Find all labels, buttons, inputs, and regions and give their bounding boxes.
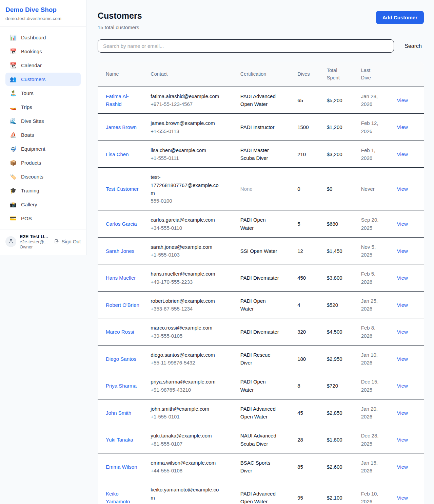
sidebar-item-products[interactable]: 📦Products bbox=[5, 156, 81, 169]
search-input[interactable] bbox=[98, 39, 394, 53]
sidebar-item-label: Boats bbox=[21, 132, 34, 138]
customer-last-dive: Feb 8, 2026 bbox=[361, 325, 376, 338]
view-link[interactable]: View bbox=[397, 329, 408, 335]
customer-email: john.smith@example.com bbox=[151, 405, 223, 413]
sign-out-button[interactable]: Sign Out bbox=[54, 239, 81, 245]
user-info: E2E Test U... e2e-tester@... Owner bbox=[20, 234, 51, 249]
customer-phone: +1-555-0111 bbox=[151, 154, 223, 162]
customer-email: keiko.yamamoto@example.com bbox=[151, 486, 223, 502]
customer-last-dive: Feb 1, 2026 bbox=[361, 147, 376, 161]
view-link[interactable]: View bbox=[397, 410, 408, 416]
customer-dives: 180 bbox=[297, 356, 306, 362]
add-customer-button[interactable]: Add Customer bbox=[376, 11, 424, 24]
sidebar-item-equipment[interactable]: 🤿Equipment bbox=[5, 142, 81, 155]
customer-email: diego.santos@example.com bbox=[151, 351, 223, 359]
sidebar-item-label: Training bbox=[21, 188, 39, 193]
customer-total-spent: $1,800 bbox=[327, 437, 342, 443]
customer-certification: PADI Advanced Open Water bbox=[240, 93, 276, 107]
graduation-cap-icon: 🎓 bbox=[10, 187, 17, 194]
sidebar-item-trips[interactable]: 🚤Trips bbox=[5, 100, 81, 114]
customer-name-link[interactable]: James Brown bbox=[106, 124, 137, 130]
view-link[interactable]: View bbox=[397, 186, 408, 192]
customer-email: james.brown@example.com bbox=[151, 119, 223, 127]
view-link[interactable]: View bbox=[397, 151, 408, 157]
sidebar-item-boats[interactable]: ⛵Boats bbox=[5, 128, 81, 142]
customer-phone: 555-0100 bbox=[151, 197, 223, 205]
sidebar-item-dive-sites[interactable]: 🌊Dive Sites bbox=[5, 114, 81, 128]
customer-email: fatima.alrashid@example.com bbox=[151, 92, 223, 100]
page-title: Customers bbox=[98, 11, 142, 21]
camera-flash-icon: 📸 bbox=[10, 201, 17, 208]
customer-total-spent: $2,850 bbox=[327, 410, 342, 416]
sidebar-item-gallery[interactable]: 📸Gallery bbox=[5, 198, 81, 211]
customer-name-link[interactable]: Lisa Chen bbox=[106, 151, 129, 157]
customer-dives: 8 bbox=[297, 383, 300, 389]
customer-name-link[interactable]: Robert O'Brien bbox=[106, 302, 139, 308]
sidebar-item-calendar[interactable]: 📆Calendar bbox=[5, 59, 81, 72]
sidebar: Demo Dive Shop demo.test.divestreams.com… bbox=[0, 0, 86, 255]
sidebar-item-dashboard[interactable]: 📊Dashboard bbox=[5, 31, 81, 44]
customer-total-spent: $1,200 bbox=[327, 124, 342, 130]
user-email: e2e-tester@... bbox=[20, 239, 51, 244]
customer-email: marco.rossi@example.com bbox=[151, 324, 223, 332]
sidebar-header: Demo Dive Shop demo.test.divestreams.com bbox=[0, 0, 86, 27]
table-row: Lisa Chenlisa.chen@example.com+1-555-011… bbox=[98, 141, 424, 168]
customer-name-link[interactable]: John Smith bbox=[106, 410, 131, 416]
customer-total-spent: $2,100 bbox=[327, 495, 342, 501]
view-link[interactable]: View bbox=[397, 383, 408, 389]
customer-certification: PADI Open Water bbox=[240, 217, 266, 230]
customer-certification: PADI Advanced Open Water bbox=[240, 406, 276, 419]
table-row: Hans Muellerhans.mueller@example.com+49-… bbox=[98, 264, 424, 292]
customer-dives: 85 bbox=[297, 464, 303, 470]
view-link[interactable]: View bbox=[397, 124, 408, 130]
view-link[interactable]: View bbox=[397, 495, 408, 501]
view-link[interactable]: View bbox=[397, 248, 408, 254]
sidebar-item-label: Gallery bbox=[21, 202, 37, 207]
view-link[interactable]: View bbox=[397, 275, 408, 281]
sidebar-item-pos[interactable]: 💳POS bbox=[5, 212, 81, 225]
customer-dives: 5 bbox=[297, 221, 300, 227]
customer-certification: None bbox=[240, 186, 253, 192]
customer-phone: +81-555-0107 bbox=[151, 440, 223, 448]
customer-name-link[interactable]: Priya Sharma bbox=[106, 383, 137, 389]
view-link[interactable]: View bbox=[397, 356, 408, 362]
customer-name-link[interactable]: Sarah Jones bbox=[106, 248, 134, 254]
customer-name-link[interactable]: Hans Mueller bbox=[106, 275, 136, 281]
customer-name-link[interactable]: Test Customer bbox=[106, 186, 139, 192]
table-row: Diego Santosdiego.santos@example.com+55-… bbox=[98, 345, 424, 372]
customer-email: robert.obrien@example.com bbox=[151, 297, 223, 305]
search-button[interactable]: Search bbox=[402, 43, 424, 49]
table-row: John Smithjohn.smith@example.com+1-555-0… bbox=[98, 399, 424, 426]
customer-phone: +49-170-555-2233 bbox=[151, 278, 223, 286]
sidebar-item-training[interactable]: 🎓Training bbox=[5, 184, 81, 197]
customer-total-spent: $3,800 bbox=[327, 275, 342, 281]
view-link[interactable]: View bbox=[397, 437, 408, 443]
column-header-last: Last Dive bbox=[357, 62, 393, 87]
customer-phone: +353-87-555-1234 bbox=[151, 305, 223, 313]
view-link[interactable]: View bbox=[397, 464, 408, 470]
logout-icon bbox=[54, 239, 59, 245]
sidebar-item-label: POS bbox=[21, 216, 32, 221]
sidebar-item-tours[interactable]: 🏝️Tours bbox=[5, 87, 81, 100]
customer-total-spent: $0 bbox=[327, 186, 333, 192]
customer-name-link[interactable]: Emma Wilson bbox=[106, 464, 137, 470]
sidebar-item-customers[interactable]: 👥Customers bbox=[5, 73, 81, 86]
calendar-date-icon: 📅 bbox=[10, 48, 17, 55]
customer-email: test-1772681807767@example.com bbox=[151, 173, 223, 197]
view-link[interactable]: View bbox=[397, 302, 408, 308]
customer-phone: +1-555-0103 bbox=[151, 251, 223, 259]
customer-name-link[interactable]: Diego Santos bbox=[106, 356, 136, 362]
customer-name-link[interactable]: Keiko Yamamoto bbox=[106, 491, 130, 504]
customer-name-link[interactable]: Carlos Garcia bbox=[106, 221, 137, 227]
table-row: Robert O'Brienrobert.obrien@example.com+… bbox=[98, 291, 424, 318]
customer-name-link[interactable]: Marco Rossi bbox=[106, 329, 134, 335]
table-row: Keiko Yamamotokeiko.yamamoto@example.com… bbox=[98, 480, 424, 504]
view-link[interactable]: View bbox=[397, 97, 408, 103]
sidebar-item-label: Dashboard bbox=[21, 35, 46, 40]
customer-name-link[interactable]: Yuki Tanaka bbox=[106, 437, 133, 443]
customer-name-link[interactable]: Fatima Al-Rashid bbox=[106, 93, 129, 107]
customer-last-dive: Jan 25, 2026 bbox=[361, 298, 378, 312]
view-link[interactable]: View bbox=[397, 221, 408, 227]
sidebar-item-discounts[interactable]: 🏷️Discounts bbox=[5, 170, 81, 183]
sidebar-item-bookings[interactable]: 📅Bookings bbox=[5, 45, 81, 58]
